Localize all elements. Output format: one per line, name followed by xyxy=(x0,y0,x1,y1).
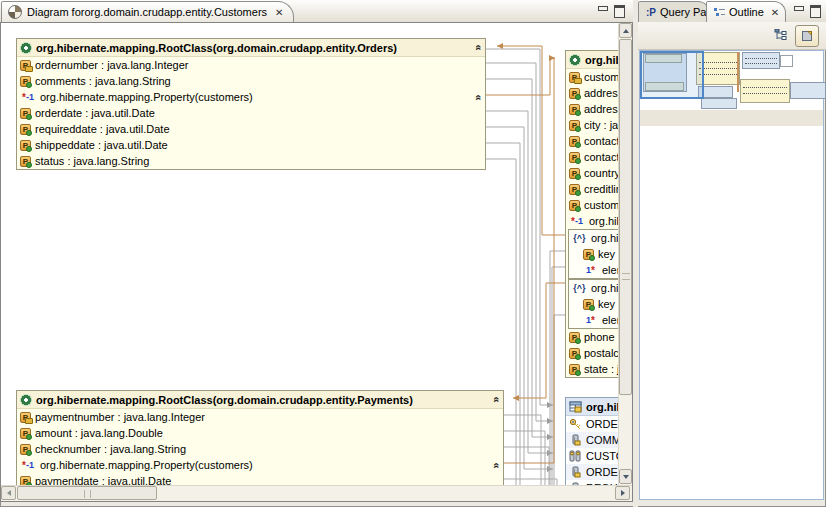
entity-row[interactable]: Paddressline2 : java.lang.String xyxy=(566,101,618,117)
row-label: contactlastname : java.lang.String xyxy=(584,151,618,163)
entity-box-payments[interactable]: org.hibernate.mapping.RootClass(org.doma… xyxy=(16,390,504,485)
entity-row[interactable]: Pcity : java.lang.String xyxy=(566,117,618,133)
horizontal-scrollbar[interactable] xyxy=(1,485,632,501)
collapse-icon[interactable]: « xyxy=(472,94,483,100)
collection-subrow[interactable]: 1*element xyxy=(569,262,618,278)
entity-row[interactable]: COMMENTS xyxy=(566,432,618,448)
table-box-orders[interactable]: org.hibernate.mapping.Table(ORDERS) ORDE… xyxy=(565,397,618,485)
property-icon: P xyxy=(569,184,580,195)
outline-toolbar xyxy=(638,22,826,50)
entity-row[interactable]: {^}org.hibernate.mapping.Bag(payments) xyxy=(569,280,618,296)
entity-row[interactable]: *-1org.hibernate.mapping.Property(custom… xyxy=(566,213,618,229)
entity-row[interactable]: Pshippeddate : java.util.Date xyxy=(17,137,485,153)
entity-row[interactable]: Pamount : java.lang.Double xyxy=(17,425,503,441)
entity-row[interactable]: Pcustomername : java.lang.String xyxy=(566,197,618,213)
scroll-up-button[interactable] xyxy=(619,23,632,38)
entity-title: org.hibernate.mapping.RootClass(org.doma… xyxy=(585,54,618,66)
editor-tab-diagram[interactable]: Diagram fororg.domain.crudapp.entity.Cus… xyxy=(1,1,294,22)
entity-row[interactable]: ORDERNUMBER xyxy=(566,416,618,432)
scroll-left-button[interactable] xyxy=(1,486,16,500)
vertical-scroll-thumb[interactable] xyxy=(619,39,632,395)
collapse-icon[interactable]: « xyxy=(472,44,483,50)
entity-header-customers[interactable]: org.hibernate.mapping.RootClass(org.doma… xyxy=(566,51,618,69)
overview-mode-button[interactable] xyxy=(795,25,819,47)
entity-row[interactable]: ORDERDATE xyxy=(566,464,618,480)
entity-row[interactable]: {^}org.hibernate.mapping.Bag(orders) xyxy=(569,230,618,246)
entity-box-orders[interactable]: org.hibernate.mapping.RootClass(org.doma… xyxy=(16,38,486,170)
tab-label: Outline xyxy=(729,6,764,18)
entity-row[interactable]: Paddressline1 : java.lang.String xyxy=(566,85,618,101)
row-label: country : java.lang.String xyxy=(584,167,618,179)
maximize-button[interactable] xyxy=(613,4,626,16)
entity-row[interactable]: Pchecknumber : java.lang.String xyxy=(17,441,503,457)
collection-subrow[interactable]: Pkey xyxy=(569,246,618,262)
collection-subrow[interactable]: Pkey xyxy=(569,296,618,312)
collection-subbox[interactable]: {^}org.hibernate.mapping.Bag(orders)Pkey… xyxy=(568,229,618,279)
tab-outline[interactable]: Outline ✕ xyxy=(706,1,786,22)
collection-icon: {^} xyxy=(572,283,587,293)
property-icon: P xyxy=(20,140,31,151)
property-icon: P xyxy=(569,364,580,375)
entity-row[interactable]: Pphone : java.lang.String xyxy=(566,329,618,345)
diagram-canvas[interactable]: org.hibernate.mapping.RootClass(org.doma… xyxy=(1,23,618,485)
mini-row-line xyxy=(743,87,787,88)
many-to-one-icon: *-1 xyxy=(569,216,585,227)
minimize-button[interactable] xyxy=(792,4,805,16)
table-header[interactable]: org.hibernate.mapping.Table(ORDERS) xyxy=(566,398,618,416)
table-icon xyxy=(569,401,582,413)
entity-row[interactable]: Pcustomernumber : java.lang.Integer xyxy=(566,69,618,85)
id-property-icon: P xyxy=(569,72,580,83)
property-icon: P xyxy=(569,104,580,115)
entity-row[interactable]: Pstate : java.lang.String xyxy=(566,361,618,377)
collapse-icon[interactable]: « xyxy=(490,462,501,468)
entity-header-payments[interactable]: org.hibernate.mapping.RootClass(org.doma… xyxy=(17,391,503,409)
outline-content[interactable] xyxy=(639,50,824,500)
scroll-right-button[interactable] xyxy=(615,486,630,500)
entity-row[interactable]: Prequireddate : java.util.Date xyxy=(17,121,485,137)
minimize-button[interactable] xyxy=(596,4,609,16)
collection-subbox[interactable]: {^}org.hibernate.mapping.Bag(payments)Pk… xyxy=(568,279,618,329)
row-label: addressline1 : java.lang.String xyxy=(584,87,618,99)
collection-subrow[interactable]: 1*element xyxy=(569,312,618,328)
property-icon: P xyxy=(20,428,31,439)
entity-row[interactable]: Pordernumber : java.lang.Integer xyxy=(17,57,485,73)
root-class-icon xyxy=(20,394,32,406)
horizontal-scroll-thumb[interactable] xyxy=(17,486,157,500)
entity-header-orders[interactable]: org.hibernate.mapping.RootClass(org.doma… xyxy=(17,39,485,57)
row-label: contactfirstname : java.lang.String xyxy=(584,135,618,147)
row-label: org.hibernate.mapping.Bag(payments) xyxy=(591,282,618,294)
entity-row[interactable]: Pstatus : java.lang.String xyxy=(17,153,485,169)
entity-row[interactable]: *-1org.hibernate.mapping.Property(custom… xyxy=(17,89,485,105)
scroll-down-button[interactable] xyxy=(619,469,632,484)
entity-row[interactable]: Pcontactlastname : java.lang.String xyxy=(566,149,618,165)
query-page-icon: :P xyxy=(646,7,656,18)
tab-query-page[interactable]: :P Query Pa xyxy=(638,1,710,22)
entity-row[interactable]: Ppostalcode : java.lang.String xyxy=(566,345,618,361)
workbench-window: Diagram fororg.domain.crudapp.entity.Cus… xyxy=(0,0,826,507)
collapse-icon[interactable]: « xyxy=(490,396,501,402)
row-label: creditlimit : java.lang.Double xyxy=(584,183,618,195)
close-icon[interactable]: ✕ xyxy=(771,7,779,18)
mini-row-line xyxy=(743,93,787,94)
table-title: org.hibernate.mapping.Table(ORDERS) xyxy=(586,401,618,413)
entity-row[interactable]: *-1org.hibernate.mapping.Property(custom… xyxy=(17,457,503,473)
column-icon xyxy=(569,466,582,478)
maximize-button[interactable] xyxy=(809,4,822,16)
entity-row[interactable]: Pcontactfirstname : java.lang.String xyxy=(566,133,618,149)
close-icon[interactable]: ✕ xyxy=(275,7,283,18)
outline-panel: :P Query Pa Outline ✕ xyxy=(638,0,826,507)
entity-row[interactable]: Pcomments : java.lang.String xyxy=(17,73,485,89)
vertical-scrollbar[interactable] xyxy=(618,23,632,485)
entity-row[interactable]: CUSTOMERNUMBER xyxy=(566,448,618,464)
outline-viewport[interactable] xyxy=(640,51,704,99)
entity-box-customers[interactable]: org.hibernate.mapping.RootClass(org.doma… xyxy=(565,50,618,378)
mini-box xyxy=(701,98,737,109)
row-label: addressline2 : java.lang.String xyxy=(584,103,618,115)
row-label: status : java.lang.String xyxy=(35,155,149,167)
root-class-icon xyxy=(20,42,32,54)
entity-row[interactable]: Pcreditlimit : java.lang.Double xyxy=(566,181,618,197)
entity-row[interactable]: Porderdate : java.util.Date xyxy=(17,105,485,121)
entity-row[interactable]: Ppaymentnumber : java.lang.Integer xyxy=(17,409,503,425)
tree-view-button[interactable] xyxy=(774,29,788,42)
entity-row[interactable]: Pcountry : java.lang.String xyxy=(566,165,618,181)
